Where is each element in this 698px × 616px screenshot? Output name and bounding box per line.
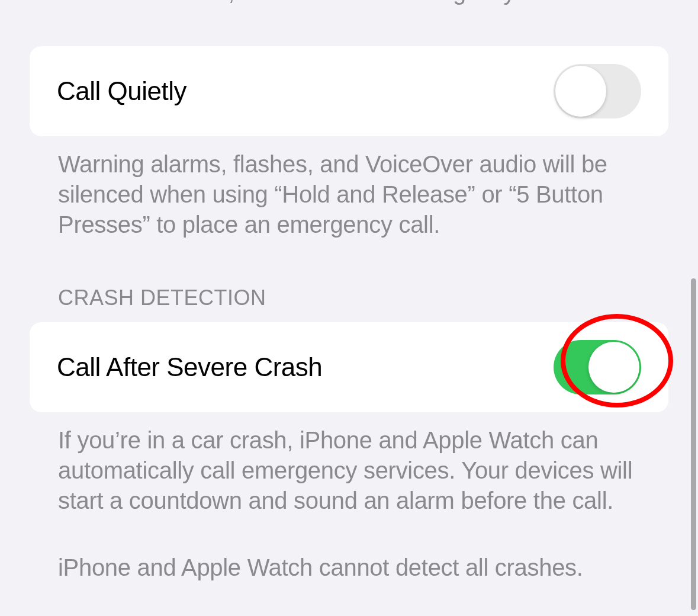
call-quietly-row: Call Quietly — [30, 46, 668, 136]
call-quietly-description: Warning alarms, flashes, and VoiceOver a… — [30, 149, 668, 240]
call-after-crash-row: Call After Severe Crash — [30, 322, 668, 412]
toggle-knob-icon — [555, 66, 606, 117]
partial-cutoff-text: countdown ends, iPhone will call emergen… — [30, 0, 668, 7]
crash-detection-header: CRASH DETECTION — [30, 285, 668, 310]
call-quietly-toggle[interactable] — [554, 64, 641, 118]
call-quietly-label: Call Quietly — [57, 76, 186, 106]
crash-detection-disclaimer: iPhone and Apple Watch cannot detect all… — [30, 553, 668, 583]
call-after-crash-label: Call After Severe Crash — [57, 352, 322, 382]
scrollbar[interactable] — [691, 278, 696, 610]
toggle-knob-icon — [588, 342, 639, 393]
call-after-crash-toggle[interactable] — [554, 340, 641, 394]
crash-detection-description: If you’re in a car crash, iPhone and App… — [30, 425, 668, 516]
